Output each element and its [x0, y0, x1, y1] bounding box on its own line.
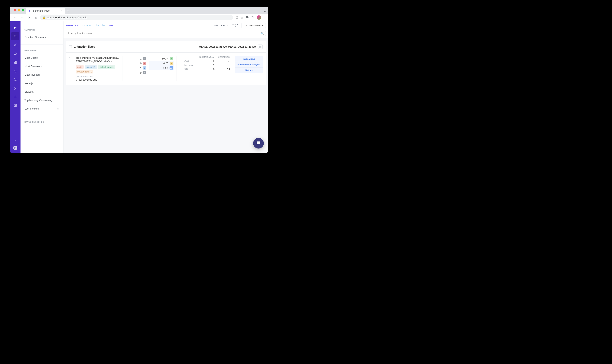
row-checkbox[interactable] — [69, 57, 70, 60]
sidebar-section-saved: SAVED SEARCHES — [21, 119, 63, 125]
window-minimize-icon[interactable] — [18, 9, 20, 12]
metrics-link[interactable]: Metrics — [235, 67, 263, 73]
list-count: 1 function listed — [74, 45, 95, 48]
bookmark-star-icon[interactable]: ☆ — [241, 16, 243, 19]
badge-errors-icon: E — [143, 62, 146, 65]
badge-cost-icon: $ — [170, 62, 173, 65]
list-header: 1 function listed Mar 11, 2022 11:31 AM-… — [66, 41, 266, 52]
tag-account[interactable]: 000639264671 — [76, 70, 93, 74]
sidebar-item-top-memory[interactable]: Top Memory Consuming — [21, 96, 63, 104]
function-name[interactable]: prod-thundra-my-stack-ApiLambdaGETB1714E… — [76, 56, 119, 63]
filter-input[interactable] — [66, 31, 266, 36]
profile-avatar-icon[interactable] — [257, 15, 261, 20]
sidebar: SUMMARY Function Summary PREDEFINED Most… — [21, 21, 64, 153]
tag-runtime[interactable]: node — [76, 65, 84, 69]
intercom-launcher-icon[interactable] — [253, 138, 264, 148]
tab-close-icon[interactable]: × — [61, 9, 62, 13]
sidebar-divider — [21, 44, 63, 45]
row-actions: Invocations Performance Analysis Metrics — [235, 56, 263, 81]
browser-tabstrip: Functions Page × + ⌄ — [10, 7, 268, 14]
rail-logo-icon[interactable] — [11, 24, 19, 31]
columns-icon[interactable]: ▤ — [258, 44, 263, 49]
kebab-menu-icon[interactable]: ⋮ — [263, 16, 266, 19]
sidebar-item-slowest[interactable]: Slowest — [21, 88, 63, 96]
total-cost: 0.00 — [163, 66, 168, 69]
nav-reload-button[interactable]: ⟳ — [26, 15, 32, 20]
rail-functions-icon[interactable]: Fx — [11, 32, 19, 40]
select-all-checkbox[interactable] — [69, 45, 72, 48]
time-range-select[interactable]: Last 15 Minutes ▾ — [242, 23, 266, 28]
svg-point-12 — [15, 96, 16, 96]
rail-analysis-icon[interactable] — [11, 102, 19, 109]
sidebar-item-last-invoked[interactable]: Last Invoked ☆ — [21, 104, 63, 113]
rail-alerts-icon[interactable] — [11, 67, 19, 75]
rail-user-avatar[interactable]: M — [13, 146, 17, 150]
query-field: LastInvocationTime — [80, 24, 106, 27]
tabs-overflow-icon[interactable]: ⌄ — [264, 8, 266, 13]
last-invocation-value: a few seconds ago — [76, 78, 119, 81]
sidebar-item-nodejs[interactable]: Node.js — [21, 79, 63, 88]
browser-tab[interactable]: Functions Page × — [26, 8, 65, 14]
vertical-divider — [176, 56, 177, 81]
tag-project[interactable]: default-project — [98, 65, 115, 69]
error-count: 0 — [140, 62, 142, 65]
share-button[interactable]: SHARE — [221, 25, 229, 27]
single-cost: 0.00 — [163, 62, 168, 65]
stats-median-memory: 0.9 — [215, 64, 230, 66]
url-path: /functions/default — [67, 16, 87, 19]
health-pct: 100% — [162, 57, 168, 60]
sidebar-item-most-invoked[interactable]: Most Invoked — [21, 70, 63, 79]
url-field[interactable]: 🔒 apm.thundra.io/functions/default — [40, 15, 233, 20]
share-icon[interactable] — [235, 15, 238, 19]
stats-row-label: 99th — [184, 68, 199, 71]
performance-link[interactable]: Performance Analysis — [235, 62, 263, 67]
tag-region[interactable]: us-east-1 — [85, 65, 97, 69]
svg-point-14 — [16, 98, 16, 98]
stats-column: DURATION(ms) MEMORY(%) Avg 9 0.9 Median … — [180, 56, 230, 81]
nav-home-button[interactable]: ⌂ — [33, 15, 39, 20]
stats-avg-memory: 0.9 — [215, 60, 230, 63]
thundra-favicon-icon — [28, 9, 32, 13]
rail-architecture-icon[interactable] — [11, 41, 19, 49]
sidebar-item-function-summary[interactable]: Function Summary — [21, 33, 63, 41]
extensions-icon[interactable] — [246, 15, 249, 19]
svg-rect-7 — [14, 63, 15, 64]
browser-toolbar: ← → ⟳ ⌂ 🔒 apm.thundra.io/functions/defau… — [10, 14, 268, 21]
sidebar-item-most-erroneous[interactable]: Most Erroneous — [21, 62, 63, 70]
svg-rect-6 — [15, 61, 16, 62]
query-keyword: DESC — [108, 24, 114, 27]
sidebar-item-most-costly[interactable]: Most Costly — [21, 53, 63, 62]
invocation-count: 1 — [140, 57, 142, 60]
nav-back-button[interactable]: ← — [12, 15, 17, 20]
chevron-down-icon: ▾ — [235, 26, 236, 27]
function-tags: node us-east-1 default-project 000639264… — [76, 65, 119, 74]
rail-bell-icon[interactable] — [11, 76, 19, 83]
sidebar-section-predefined: PREDEFINED — [21, 48, 63, 53]
browser-window: Functions Page × + ⌄ ← → ⟳ ⌂ 🔒 apm.thund… — [10, 7, 268, 153]
stats-row-label: Avg — [184, 60, 199, 63]
rail-traces-icon[interactable] — [11, 84, 19, 92]
nav-rail: Fx — [10, 21, 21, 153]
new-tab-button[interactable]: + — [65, 8, 71, 14]
stats-avg-duration: 9 — [199, 60, 215, 63]
run-button[interactable]: RUN — [213, 25, 218, 27]
sidebar-item-label: Last Invoked — [25, 107, 39, 110]
rail-cloud-icon[interactable] — [11, 50, 19, 57]
invocations-link[interactable]: Invocations — [235, 56, 263, 62]
window-close-icon[interactable] — [14, 9, 16, 12]
rail-settings-icon[interactable] — [11, 93, 19, 101]
save-button[interactable]: SAVE ▾ — [232, 24, 238, 27]
rail-dashboards-icon[interactable] — [11, 58, 19, 66]
window-zoom-icon[interactable] — [22, 9, 24, 12]
svg-rect-5 — [14, 61, 15, 62]
favorite-star-icon[interactable]: ☆ — [57, 107, 59, 110]
query-editor[interactable]: ORDER BY LastInvocationTime DESC — [66, 23, 210, 28]
svg-point-0 — [15, 45, 15, 45]
save-button-label: SAVE — [232, 24, 238, 26]
rail-rocket-icon[interactable] — [11, 137, 19, 145]
time-range-label: Last 15 Minutes — [244, 24, 261, 27]
search-icon[interactable]: 🔍 — [261, 32, 264, 35]
reading-list-icon[interactable] — [251, 15, 254, 19]
stats-row-label: Median — [184, 64, 199, 66]
badge-coldstart-icon: C — [143, 66, 146, 69]
